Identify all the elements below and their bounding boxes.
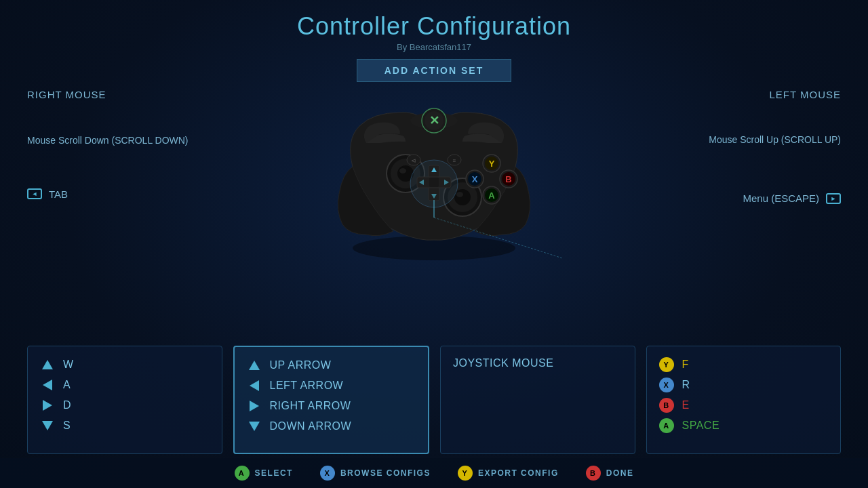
up-arrow-icon	[247, 358, 262, 373]
left-arrow-label: LEFT ARROW	[270, 380, 344, 392]
footer-b-badge: B	[586, 466, 601, 481]
arrows-panel[interactable]: UP ARROW LEFT ARROW RIGHT ARROW DOWN ARR…	[233, 346, 430, 454]
svg-point-12	[456, 192, 463, 197]
down-arrow-label: DOWN ARROW	[270, 420, 352, 432]
up-arrow-label: UP ARROW	[270, 359, 332, 371]
joystick-panel[interactable]: JOYSTICK MOUSE	[440, 346, 635, 454]
left-annotations: RIGHT MOUSE Mouse Scroll Down (SCROLL DO…	[27, 82, 217, 200]
b-mapping-label: E	[682, 399, 690, 411]
a-label: A	[63, 379, 71, 391]
svg-point-8	[399, 168, 406, 174]
panel-item-down-arrow: DOWN ARROW	[247, 419, 416, 434]
page-subtitle: By Bearcatsfan117	[297, 42, 571, 52]
tab-label: TAB	[49, 188, 68, 200]
footer-export-config-label: EXPORT CONFIG	[478, 468, 559, 478]
controller-container: ✕	[305, 85, 563, 268]
panel-item-a: A	[40, 378, 210, 392]
svg-text:Y: Y	[489, 159, 495, 169]
panel-item-a: A SPACE	[659, 418, 829, 433]
wasd-panel[interactable]: W A D S	[27, 346, 222, 454]
b-badge: B	[659, 398, 674, 413]
svg-rect-20	[429, 178, 439, 187]
panel-item-y: Y F	[659, 357, 829, 372]
header: Controller Configuration By Bearcatsfan1…	[297, 12, 571, 82]
y-badge: Y	[659, 357, 674, 372]
panel-item-b: B E	[659, 398, 829, 413]
svg-text:✕: ✕	[429, 114, 439, 127]
arrow-right-icon	[40, 398, 55, 413]
footer-done[interactable]: B DONE	[586, 466, 634, 481]
d-label: D	[63, 399, 71, 411]
scroll-down-label: Mouse Scroll Down (SCROLL DOWN)	[27, 134, 217, 148]
panel-item-w: W	[40, 357, 210, 372]
svg-text:A: A	[488, 190, 495, 201]
panel-item-right-arrow: RIGHT ARROW	[247, 399, 416, 413]
x-badge: X	[659, 378, 674, 392]
footer-y-badge: Y	[458, 466, 473, 481]
footer-x-badge: X	[320, 466, 335, 481]
page-title: Controller Configuration	[297, 12, 571, 41]
left-mouse-label: LEFT MOUSE	[769, 89, 841, 100]
bottom-panels: W A D S	[27, 346, 841, 454]
panel-item-left-arrow: LEFT ARROW	[247, 378, 416, 393]
s-label: S	[63, 420, 71, 432]
a-mapping-label: SPACE	[682, 420, 720, 432]
svg-text:≡: ≡	[453, 158, 456, 164]
abxy-panel[interactable]: Y F X R B E A SPACE	[646, 346, 842, 454]
tab-badge-icon: ◄	[27, 188, 42, 199]
add-action-set-button[interactable]: ADD ACTION SET	[357, 59, 511, 82]
footer-select[interactable]: A SELECT	[235, 466, 293, 481]
panel-item-joystick: JOYSTICK MOUSE	[453, 357, 623, 369]
page-wrapper: Controller Configuration By Bearcatsfan1…	[0, 0, 868, 488]
arrow-left-icon	[40, 378, 55, 392]
w-label: W	[63, 359, 74, 371]
scroll-up-label: Mouse Scroll Up (SCROLL UP)	[709, 134, 841, 145]
right-annotations: LEFT MOUSE Mouse Scroll Up (SCROLL UP) M…	[651, 82, 841, 204]
y-mapping-label: F	[682, 359, 689, 371]
panel-item-d: D	[40, 398, 210, 413]
arrow-up-icon	[40, 357, 55, 372]
svg-point-11	[454, 189, 471, 205]
svg-text:B: B	[505, 174, 511, 184]
footer-browse-configs[interactable]: X BROWSE CONFIGS	[320, 466, 431, 481]
right-arrow-icon	[247, 399, 262, 413]
panel-item-x: X R	[659, 378, 829, 392]
tab-annotation: ◄ TAB	[27, 188, 217, 200]
menu-annotation: Menu (ESCAPE) ►	[743, 192, 841, 204]
menu-label: Menu (ESCAPE)	[743, 192, 819, 204]
svg-text:⊲: ⊲	[411, 157, 416, 164]
footer-a-badge: A	[235, 466, 250, 481]
footer-browse-configs-label: BROWSE CONFIGS	[340, 468, 431, 478]
panel-item-s: S	[40, 418, 210, 433]
footer-select-label: SELECT	[255, 468, 293, 478]
right-mouse-label: RIGHT MOUSE	[27, 89, 217, 100]
arrow-down-icon	[40, 418, 55, 433]
footer-export-config[interactable]: Y EXPORT CONFIG	[458, 466, 559, 481]
panel-item-up-arrow: UP ARROW	[247, 358, 416, 373]
joystick-label: JOYSTICK MOUSE	[453, 357, 553, 369]
menu-badge-icon: ►	[826, 193, 841, 204]
svg-text:X: X	[472, 174, 478, 184]
controller-svg: ✕	[305, 85, 563, 268]
left-arrow-icon	[247, 378, 262, 393]
down-arrow-icon	[247, 419, 262, 434]
right-arrow-label: RIGHT ARROW	[270, 400, 351, 412]
footer-done-label: DONE	[606, 468, 634, 478]
x-mapping-label: R	[682, 379, 690, 391]
footer-bar: A SELECT X BROWSE CONFIGS Y EXPORT CONFI…	[0, 458, 868, 488]
a-badge: A	[659, 418, 674, 433]
